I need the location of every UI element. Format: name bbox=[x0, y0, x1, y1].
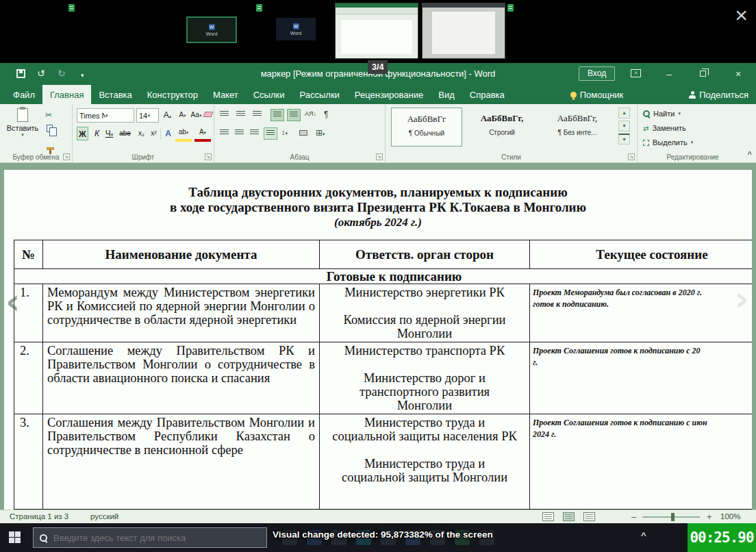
zoom-slider[interactable] bbox=[642, 516, 700, 518]
format-painter-button[interactable] bbox=[47, 147, 54, 150]
highlight-glyph: ab bbox=[179, 128, 186, 136]
frame-thumbnail-word-splash-2[interactable]: W Word bbox=[276, 18, 316, 40]
tab-spacer bbox=[512, 85, 563, 104]
align-left-button[interactable] bbox=[220, 129, 229, 136]
read-mode-button[interactable] bbox=[542, 512, 554, 521]
decrease-indent-button[interactable] bbox=[270, 109, 284, 121]
strikethrough-button[interactable]: abe bbox=[119, 127, 131, 140]
cell-name: Соглашение между Правительством РК и Пра… bbox=[43, 342, 320, 414]
line-spacing-button[interactable]: ↕▾ bbox=[281, 128, 288, 136]
cut-button[interactable]: ✂ bbox=[45, 110, 52, 120]
clipboard-group-label: Буфер обмена bbox=[0, 153, 72, 161]
organ-line: Министерство дорог и bbox=[323, 371, 527, 385]
highlight-button[interactable]: ab▾ bbox=[175, 125, 192, 139]
tab-insert[interactable]: Вставка bbox=[91, 85, 139, 104]
tab-home[interactable]: Главная bbox=[42, 85, 91, 104]
show-marks-button[interactable]: ¶ bbox=[324, 110, 328, 119]
change-case-button[interactable]: Аа▾ bbox=[190, 108, 202, 122]
nav-prev-icon[interactable]: ‹ bbox=[5, 284, 20, 319]
shrink-font-button[interactable]: А▾ bbox=[177, 108, 188, 122]
organ-line: Министерство транспорта РК bbox=[323, 344, 527, 357]
section-ready: Готовые к подписанию bbox=[14, 269, 753, 284]
numbering-button[interactable] bbox=[236, 111, 245, 117]
caret-down-icon: ▾ bbox=[184, 113, 186, 118]
paste-button[interactable]: Вставить ▾ bbox=[5, 108, 40, 138]
align-right-button[interactable] bbox=[250, 129, 259, 136]
document-page[interactable]: Таблица двусторонних документов, планиру… bbox=[4, 170, 752, 510]
zoom-in-button[interactable]: + bbox=[707, 512, 712, 522]
style-normal[interactable]: АаБбВвГг ¶ Обычный bbox=[391, 108, 462, 147]
clear-formatting-button[interactable] bbox=[203, 112, 214, 117]
taskbar-search[interactable] bbox=[33, 527, 267, 548]
styles-launcher-icon[interactable]: ↘ bbox=[628, 153, 635, 160]
multilevel-list-button[interactable] bbox=[253, 111, 262, 117]
tab-assistant[interactable]: Помощник bbox=[563, 85, 631, 104]
tab-view[interactable]: Вид bbox=[431, 85, 462, 104]
styles-scroll-up-icon[interactable]: ▴ bbox=[618, 108, 630, 118]
divider bbox=[160, 127, 161, 140]
web-layout-button[interactable] bbox=[583, 512, 595, 521]
search-input[interactable] bbox=[53, 533, 260, 543]
subscript-button[interactable]: x₂ bbox=[136, 127, 147, 140]
document-area: Таблица двусторонних документов, планиру… bbox=[0, 163, 756, 510]
frame-thumbnail-document[interactable] bbox=[335, 3, 418, 59]
tab-references[interactable]: Ссылки bbox=[246, 85, 292, 104]
language-indicator[interactable]: русский bbox=[90, 512, 118, 520]
clipboard-launcher-icon[interactable]: ↘ bbox=[63, 153, 70, 160]
cell-organ: Министерство транспорта РК Министерство … bbox=[320, 342, 530, 414]
font-launcher-icon[interactable]: ↘ bbox=[205, 153, 212, 160]
caret-down-icon: ▾ bbox=[691, 140, 694, 145]
justify-button[interactable] bbox=[264, 127, 277, 140]
style-no-spacing[interactable]: АаБбВвГг, ¶ Без инте... bbox=[542, 108, 613, 147]
tab-design[interactable]: Конструктор bbox=[140, 85, 205, 104]
zoom-level[interactable]: 100% bbox=[720, 512, 740, 520]
increase-indent-button[interactable] bbox=[287, 109, 301, 121]
superscript-button[interactable]: x² bbox=[148, 127, 160, 140]
overlay-close-icon[interactable]: × bbox=[735, 0, 748, 30]
sort-button[interactable]: АЯ↓ bbox=[305, 110, 316, 117]
paragraph-launcher-icon[interactable]: ↘ bbox=[376, 153, 383, 160]
select-button[interactable]: Выделить ▾ bbox=[643, 138, 693, 147]
start-button[interactable] bbox=[9, 531, 21, 543]
zoom-out-button[interactable]: – bbox=[631, 512, 636, 522]
tab-file[interactable]: Файл bbox=[5, 85, 42, 104]
minimize-button[interactable]: – bbox=[654, 63, 684, 85]
sign-in-button[interactable]: Вход bbox=[579, 66, 615, 81]
collapse-ribbon-icon[interactable]: ^ bbox=[748, 150, 752, 158]
share-button[interactable]: Поделиться bbox=[681, 85, 756, 104]
copy-button[interactable] bbox=[47, 125, 53, 132]
print-layout-button[interactable] bbox=[563, 512, 575, 521]
bold-button[interactable]: Ж bbox=[77, 127, 88, 140]
tab-mailings[interactable]: Рассылки bbox=[292, 85, 346, 104]
text-effects-button[interactable]: А bbox=[162, 127, 174, 140]
page-indicator[interactable]: Страница 1 из 3 bbox=[10, 512, 68, 520]
italic-button[interactable]: К bbox=[91, 127, 103, 140]
bullets-button[interactable] bbox=[220, 111, 229, 117]
tab-review[interactable]: Рецензирование bbox=[347, 85, 431, 104]
borders-button[interactable]: ⊞▾ bbox=[316, 128, 325, 138]
font-name-combo[interactable]: Times New R ▾ bbox=[77, 108, 134, 123]
find-button[interactable]: Найти ▾ bbox=[643, 110, 681, 118]
styles-more-icon[interactable]: ▾ bbox=[618, 134, 630, 145]
align-center-button[interactable] bbox=[235, 129, 244, 136]
tray-expand-icon[interactable]: ^ bbox=[641, 530, 646, 540]
tab-layout[interactable]: Макет bbox=[205, 85, 246, 104]
close-button[interactable]: × bbox=[723, 63, 753, 85]
tab-help[interactable]: Справка bbox=[462, 85, 512, 104]
frame-thumbnail-word-splash[interactable]: W Word bbox=[186, 16, 237, 43]
zoom-slider-thumb[interactable] bbox=[671, 513, 675, 521]
styles-scroll-down-icon[interactable]: ▾ bbox=[618, 121, 630, 131]
restore-button[interactable] bbox=[700, 71, 706, 77]
shading-button[interactable] bbox=[299, 130, 307, 136]
font-size-combo[interactable]: 14 ▾ bbox=[136, 108, 159, 123]
nav-next-icon[interactable]: › bbox=[735, 281, 749, 316]
grow-font-button[interactable]: А▴ bbox=[162, 108, 173, 122]
frame-thumbnail-document-2[interactable] bbox=[422, 3, 505, 59]
ribbon-display-options-icon[interactable]: ˄ bbox=[631, 69, 641, 77]
styles-group-label: Стили bbox=[386, 153, 637, 161]
caret-down-icon: ▾ bbox=[204, 130, 207, 135]
replace-button[interactable]: ⇄ Заменить bbox=[643, 124, 686, 132]
style-strict[interactable]: АаБбВвГг, Строгий bbox=[466, 108, 538, 147]
font-color-button[interactable]: А▾ bbox=[194, 125, 211, 139]
underline-button[interactable]: Ч▾ bbox=[103, 127, 115, 140]
